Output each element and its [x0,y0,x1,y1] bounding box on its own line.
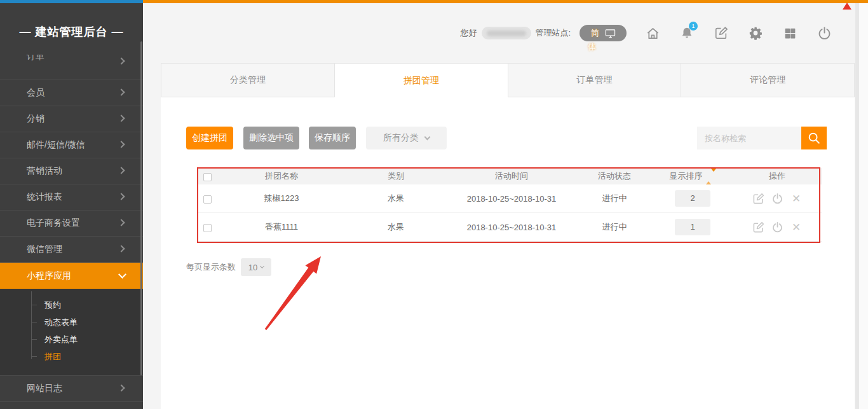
chevron-right-icon [118,245,125,252]
sort-icon[interactable] [706,172,716,181]
sidebar-item-site-logs[interactable]: 网站日志 [0,376,143,402]
sidebar-subitem-dynamic-forms[interactable]: 动态表单 [0,314,143,331]
top-strip-orange [143,0,868,3]
col-header-status: 活动状态 [576,170,653,182]
sidebar-submenu: 预约 动态表单 外卖点单 拼团 [0,289,143,376]
col-header-order: 显示排序 [653,170,733,182]
delete-x-icon[interactable]: ✕ [790,193,803,205]
search-button[interactable] [801,127,827,149]
content-panel: 创建拼团 删除选中项 保存顺序 所有分类 拼团名称 类别 活动时间 活动状态 显… [161,97,855,409]
bell-icon[interactable]: 1 [679,25,695,41]
tab-groupbuy-management[interactable]: 拼团管理 [335,64,508,97]
cell-time: 2018-10-25~2018-10-31 [447,194,576,204]
edit-icon[interactable] [752,221,764,233]
order-input[interactable]: 1 [675,219,710,235]
save-order-button[interactable]: 保存顺序 [309,127,356,149]
sidebar-item-statistics[interactable]: 统计报表 [0,184,143,211]
magnifier-icon [807,131,821,145]
top-header: 您好 管理站点: 简 体 1 [143,18,868,48]
row-checkbox[interactable] [203,195,212,204]
col-header-time: 活动时间 [447,170,576,182]
select-all-checkbox[interactable] [203,173,212,181]
category-filter-select[interactable]: 所有分类 [366,127,447,149]
sidebar-item-wechat-management[interactable]: 微信管理 [0,237,143,263]
chevron-right-icon [118,88,125,95]
delete-selected-button[interactable]: 删除选中项 [243,127,299,149]
pagination: 每页显示条数 10 [186,258,271,277]
tab-order-management[interactable]: 订单管理 [508,64,682,97]
language-char: 简 [591,27,599,39]
chevron-down-icon [260,264,264,268]
sidebar-item-miniprogram-apps[interactable]: 小程序应用 [0,263,143,289]
search-bar [697,127,827,149]
sidebar-item-orders[interactable]: 订单 [0,55,143,80]
power-icon[interactable] [771,221,783,233]
table-header-row: 拼团名称 类别 活动时间 活动状态 显示排序 操作 [197,168,822,184]
tab-bar: 分类管理 拼团管理 订单管理 评论管理 [161,63,855,97]
sidebar-item-distribution[interactable]: 分销 [0,106,143,132]
groupbuy-table: 拼团名称 类别 活动时间 活动状态 显示排序 操作 辣椒1223 水果 2018… [197,168,822,242]
gear-icon[interactable] [747,25,764,41]
sidebar-subitem-reservation[interactable]: 预约 [0,296,143,314]
greeting-text: 您好 [460,27,477,39]
app-title: — 建站管理后台 — [0,24,143,39]
chevron-down-icon [424,134,431,140]
tab-category-management[interactable]: 分类管理 [161,64,335,97]
sidebar-menu: 订单 会员 分销 邮件/短信/微信 营销活动 统计报表 电子商务设置 微信管理 [0,55,143,409]
row-checkbox[interactable] [203,224,212,232]
chevron-right-icon [118,384,125,391]
monitor-icon [605,29,616,38]
cell-name: 香蕉1111 [218,221,345,233]
chevron-right-icon [118,167,125,174]
sidebar-subitem-takeout[interactable]: 外卖点单 [0,331,143,348]
page-size-label: 每页显示条数 [186,261,236,273]
edit-icon[interactable] [713,25,729,41]
page-size-select[interactable]: 10 [241,258,271,276]
notification-badge: 1 [689,22,698,31]
chevron-right-icon [118,193,125,200]
chevron-right-icon [118,114,125,121]
sidebar-item-mail-sms-wechat[interactable]: 邮件/短信/微信 [0,132,143,158]
tab-comment-management[interactable]: 评论管理 [681,64,854,97]
delete-x-icon[interactable]: ✕ [790,221,803,233]
chevron-down-icon [118,270,126,279]
search-input[interactable] [697,127,801,149]
cell-status: 进行中 [576,193,653,204]
table-row: 香蕉1111 水果 2018-10-25~2018-10-31 进行中 1 ✕ [197,213,822,242]
sidebar-subitem-groupbuy[interactable]: 拼团 [0,348,143,365]
sidebar-item-members[interactable]: 会员 [0,80,143,106]
username-redacted [482,27,531,39]
sidebar-item-marketing[interactable]: 营销活动 [0,158,143,184]
col-header-ops: 操作 [733,170,822,182]
col-header-name: 拼团名称 [218,170,345,182]
create-groupbuy-button[interactable]: 创建拼团 [186,127,233,149]
power-icon[interactable] [771,193,783,205]
home-icon[interactable] [644,25,661,41]
cell-category: 水果 [345,193,447,204]
chevron-right-icon [118,141,125,148]
right-gutter [859,3,868,409]
apps-grid-icon[interactable] [782,25,798,41]
cell-name: 辣椒1223 [218,193,345,204]
sidebar: — 建站管理后台 — 订单 会员 分销 邮件/短信/微信 营销活动 统计报表 电… [0,3,143,409]
sidebar-scrollbar-thumb[interactable] [140,41,142,375]
edit-icon[interactable] [752,193,764,205]
sidebar-item-ecommerce-settings[interactable]: 电子商务设置 [0,211,143,237]
order-input[interactable]: 2 [675,190,710,207]
site-label: 管理站点: [535,27,571,39]
language-char-wrapped: 体 [588,41,596,53]
col-header-category: 类别 [345,170,447,182]
language-switch[interactable]: 简 体 [580,25,627,41]
cell-time: 2018-10-25~2018-10-31 [447,223,576,232]
chevron-right-icon [118,219,125,226]
power-icon[interactable] [816,25,832,41]
cell-category: 水果 [345,221,447,233]
table-row: 辣椒1223 水果 2018-10-25~2018-10-31 进行中 2 ✕ [197,184,822,213]
cell-status: 进行中 [576,221,653,233]
chevron-right-icon [118,57,125,64]
